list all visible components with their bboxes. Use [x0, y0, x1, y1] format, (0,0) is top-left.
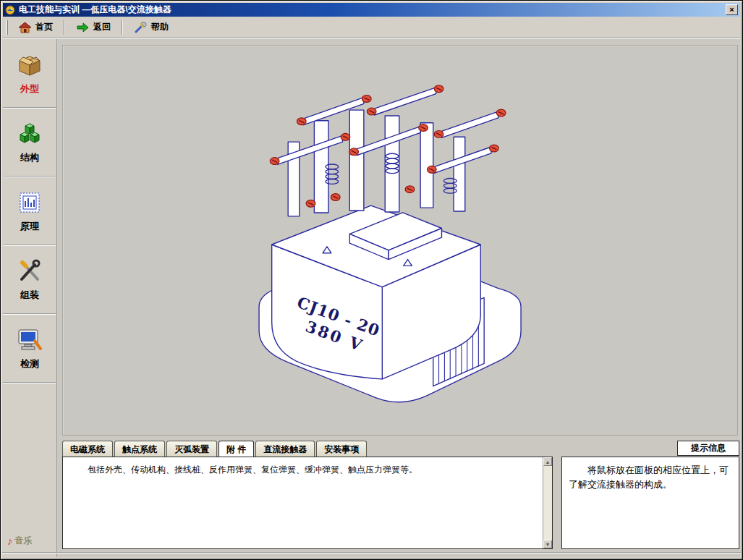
tab-electromagnetic-system[interactable]: 电磁系统: [62, 441, 113, 457]
cubes-icon: [15, 120, 44, 148]
close-button[interactable]: ×: [726, 4, 738, 15]
main-panel: CJ10 - 20 380 V 电磁系统 触点系统 灭弧装置 附 件 直流接触器…: [57, 39, 740, 557]
hint-title: 提示信息: [677, 441, 739, 456]
box-icon: [15, 51, 44, 79]
tab-bar: 电磁系统 触点系统 灭弧装置 附 件 直流接触器 安装事项: [62, 441, 367, 457]
toolbar: 首页 返回 帮助: [3, 17, 740, 38]
sidebar-item-appearance-label: 外型: [20, 82, 39, 96]
back-arrow-icon: [76, 22, 90, 33]
diagram-area: CJ10 - 20 380 V: [62, 45, 738, 436]
help-button-label: 帮助: [151, 21, 169, 33]
help-tools-icon: [134, 22, 148, 33]
music-label: 音乐: [15, 535, 33, 547]
app-icon: [5, 5, 15, 15]
toolbar-separator: [64, 20, 65, 35]
description-panel: 包括外壳、传动机构、接线桩、反作用弹簧、复位弹簧、缓冲弹簧、触点压力弹簧等。 ▲…: [62, 457, 553, 549]
close-icon: ×: [729, 5, 734, 14]
schematic-icon: [15, 189, 44, 216]
home-button-label: 首页: [35, 21, 53, 33]
tab-accessories[interactable]: 附 件: [218, 441, 254, 457]
help-button[interactable]: 帮助: [127, 18, 175, 36]
sidebar: 外型 结构: [3, 39, 57, 557]
tab-installation[interactable]: 安装事项: [316, 441, 367, 457]
app-window: 电工技能与实训 —低压电器\交流接触器 × 首页 返回: [0, 0, 743, 560]
sidebar-item-testing[interactable]: 检测: [3, 314, 56, 383]
sidebar-item-structure[interactable]: 结构: [3, 108, 56, 177]
window-title: 电工技能与实训 —低压电器\交流接触器: [19, 4, 171, 16]
bottom-divider: [2, 552, 741, 553]
home-button[interactable]: 首页: [12, 18, 59, 36]
tools-icon: [15, 258, 44, 285]
tab-dc-contactor[interactable]: 直流接触器: [255, 441, 315, 457]
title-bar: 电工技能与实训 —低压电器\交流接触器 ×: [3, 3, 740, 17]
sidebar-item-principle[interactable]: 原理: [3, 177, 56, 245]
monitor-icon: [15, 326, 44, 354]
tab-contact-system[interactable]: 触点系统: [114, 441, 165, 457]
back-button-label: 返回: [93, 21, 111, 33]
sidebar-item-principle-label: 原理: [20, 220, 39, 233]
scroll-up-icon[interactable]: ▲: [543, 457, 552, 466]
toolbar-grip[interactable]: [6, 20, 8, 35]
hint-text: 将鼠标放在面板的相应位置上，可了解交流接触器的构成。: [569, 463, 732, 492]
home-icon: [18, 22, 32, 33]
hint-panel: 将鼠标放在面板的相应位置上，可了解交流接触器的构成。: [561, 457, 739, 549]
back-button[interactable]: 返回: [69, 18, 117, 36]
sidebar-item-testing-label: 检测: [20, 357, 39, 370]
sidebar-item-appearance[interactable]: 外型: [3, 39, 56, 108]
scroll-down-icon[interactable]: ▼: [543, 540, 552, 548]
contactor-diagram[interactable]: CJ10 - 20 380 V: [240, 82, 544, 407]
music-note-icon: ♪: [7, 536, 13, 546]
tab-arc-extinguishing[interactable]: 灭弧装置: [166, 441, 217, 457]
sidebar-item-structure-label: 结构: [20, 151, 39, 164]
sidebar-item-assembly[interactable]: 组装: [3, 245, 56, 314]
toolbar-separator: [122, 20, 123, 35]
description-scrollbar[interactable]: ▲ ▼: [543, 457, 552, 548]
description-text: 包括外壳、传动机构、接线桩、反作用弹簧、复位弹簧、缓冲弹簧、触点压力弹簧等。: [63, 457, 542, 548]
music-button[interactable]: ♪ 音乐: [7, 535, 33, 547]
sidebar-item-assembly-label: 组装: [20, 289, 39, 302]
